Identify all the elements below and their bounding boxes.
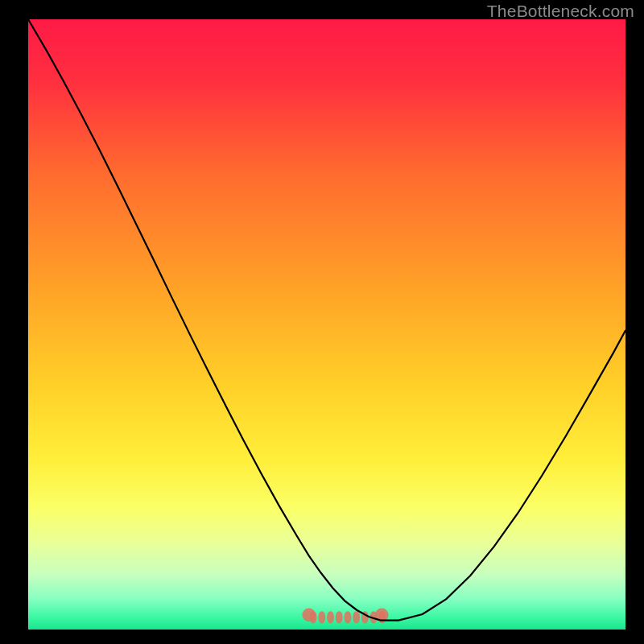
optimal-strip-segment <box>345 611 352 623</box>
optimal-strip-segment <box>336 611 343 623</box>
optimal-strip-segment <box>353 611 360 623</box>
chart-container: TheBottleneck.com <box>0 0 644 644</box>
optimal-strip-endpoint <box>302 609 316 622</box>
watermark-label: TheBottleneck.com <box>487 2 634 21</box>
plot-background <box>28 19 625 630</box>
optimal-strip-segment <box>327 611 334 623</box>
optimal-strip-segment <box>318 611 325 623</box>
bottleneck-chart <box>0 0 644 644</box>
